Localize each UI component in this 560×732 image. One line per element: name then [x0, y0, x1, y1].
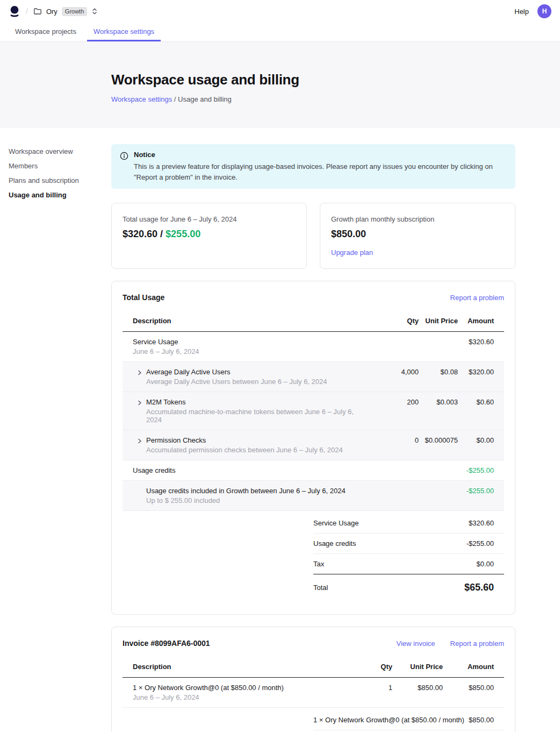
- row-amount: $320.60: [458, 338, 494, 346]
- row-subtitle: June 6 – July 6, 2024: [133, 693, 344, 701]
- topbar-right: Help H: [514, 4, 551, 18]
- plan-badge: Growth: [62, 7, 87, 16]
- sidebar-item-usage-and-billing[interactable]: Usage and billing: [9, 188, 111, 202]
- row-unit-price: $0.08: [419, 368, 458, 376]
- row-amount: $0.60: [458, 398, 494, 406]
- row-qty: 0: [370, 436, 419, 444]
- row-unit-price: $0.000075: [419, 436, 458, 444]
- help-link[interactable]: Help: [514, 8, 529, 16]
- view-invoice-link[interactable]: View invoice: [397, 639, 435, 648]
- row-title: M2M Tokens: [146, 398, 370, 406]
- expand-row-icon[interactable]: [137, 369, 142, 376]
- row-unit-price: $850.00: [392, 684, 443, 692]
- summary-row-line-item: 1 × Ory Network Growth@0 (at $850.00 / m…: [313, 710, 504, 730]
- summary-label: Tax: [313, 560, 324, 568]
- workspace-tabs: Workspace projects Workspace settings: [0, 23, 560, 42]
- summary-label: Usage credits: [313, 539, 356, 548]
- usage-panel-title: Total Usage: [123, 293, 164, 302]
- sidebar-item-workspace-overview[interactable]: Workspace overview: [9, 144, 111, 159]
- row-amount: -$255.00: [458, 466, 494, 474]
- total-value: $65.60: [464, 582, 494, 593]
- total-usage-card: Total usage for June 6 – July 6, 2024 $3…: [111, 203, 307, 269]
- row-unit-price: $0.003: [419, 398, 458, 406]
- col-unit-price: Unit Price: [419, 317, 458, 325]
- ory-logo-icon[interactable]: [9, 5, 20, 17]
- summary-label: Service Usage: [313, 519, 359, 527]
- invoice-report-problem-link[interactable]: Report a problem: [450, 639, 504, 648]
- row-amount: $320.00: [458, 368, 494, 376]
- summary-row-service-usage: Service Usage $320.60: [313, 513, 504, 534]
- table-row-usage-credits: Usage credits -$255.00: [123, 460, 504, 481]
- row-qty: 1: [344, 684, 392, 692]
- row-title: Usage credits included in Growth between…: [146, 487, 370, 495]
- total-usage-label: Total usage for June 6 – July 6, 2024: [123, 215, 296, 223]
- invoice-table: Description Qty Unit Price Amount 1 × Or…: [123, 658, 504, 732]
- col-amount: Amount: [443, 663, 494, 671]
- summary-value: -$255.00: [466, 539, 494, 548]
- summary-row-usage-credits: Usage credits -$255.00: [313, 534, 504, 554]
- invoice-panel: Invoice #8099AFA6-0001 View invoice Repo…: [111, 627, 515, 732]
- summary-value: $0.00: [476, 560, 494, 568]
- table-row-invoice-line: 1 × Ory Network Growth@0 (at $850.00 / m…: [123, 678, 504, 708]
- tab-workspace-settings[interactable]: Workspace settings: [87, 23, 161, 41]
- notice-title: Notice: [134, 151, 507, 159]
- breadcrumb: Workspace settings / Usage and billing: [111, 95, 551, 103]
- usage-amount: $320.60: [123, 229, 157, 239]
- breadcrumb-current: / Usage and billing: [172, 95, 232, 103]
- page-title: Workspace usage and billing: [111, 72, 551, 88]
- notice-banner: Notice This is a preview feature for dis…: [111, 144, 515, 189]
- usage-credit-amount: $255.00: [166, 229, 200, 239]
- col-amount: Amount: [458, 317, 494, 325]
- summary-value: $320.60: [469, 519, 494, 527]
- invoice-panel-header: Invoice #8099AFA6-0001 View invoice Repo…: [123, 639, 504, 648]
- expand-row-icon[interactable]: [137, 438, 142, 444]
- usage-summary: Service Usage $320.60 Usage credits -$25…: [313, 513, 504, 599]
- row-subtitle: Accumulated machine-to-machine tokens be…: [146, 408, 370, 424]
- usage-panel-header: Total Usage Report a problem: [123, 293, 504, 302]
- summary-label: 1 × Ory Network Growth@0 (at $850.00 / m…: [313, 716, 464, 724]
- breadcrumb-link-workspace-settings[interactable]: Workspace settings: [111, 95, 172, 103]
- summary-row-tax: Tax $0.00: [313, 554, 504, 574]
- workspace-switcher[interactable]: Ory Growth: [33, 7, 98, 16]
- summary-cards: Total usage for June 6 – July 6, 2024 $3…: [111, 203, 515, 269]
- sidebar-item-members[interactable]: Members: [9, 159, 111, 173]
- content: Workspace overview Members Plans and sub…: [0, 128, 560, 732]
- row-title: 1 × Ory Network Growth@0 (at $850.00 / m…: [133, 684, 344, 692]
- col-description: Description: [133, 317, 370, 325]
- row-subtitle: June 6 – July 6, 2024: [133, 347, 370, 356]
- info-icon: [120, 152, 128, 182]
- usage-report-problem-link[interactable]: Report a problem: [450, 294, 504, 302]
- tab-workspace-projects[interactable]: Workspace projects: [9, 23, 83, 41]
- row-title: Permission Checks: [146, 436, 343, 444]
- total-usage-amount: $320.60 / $255.00: [123, 229, 296, 240]
- sidebar-item-plans-and-subscription[interactable]: Plans and subscription: [9, 173, 111, 188]
- settings-sidebar: Workspace overview Members Plans and sub…: [0, 144, 111, 732]
- invoice-panel-title: Invoice #8099AFA6-0001: [123, 639, 210, 648]
- row-title: Average Daily Active Users: [146, 368, 327, 376]
- upgrade-plan-link[interactable]: Upgrade plan: [331, 248, 373, 257]
- subscription-label: Growth plan monthly subscription: [331, 215, 504, 223]
- expand-row-icon[interactable]: [137, 400, 142, 406]
- col-description: Description: [133, 663, 344, 671]
- row-amount: -$255.00: [458, 487, 494, 495]
- notice-text: Notice This is a preview feature for dis…: [134, 151, 507, 182]
- row-subtitle: Up to $ 255.00 included: [146, 496, 370, 504]
- total-usage-panel: Total Usage Report a problem Description…: [111, 281, 515, 615]
- col-qty: Qty: [370, 317, 419, 325]
- col-qty: Qty: [344, 663, 392, 671]
- breadcrumb-separator: /: [26, 7, 28, 16]
- folder-icon: [33, 7, 42, 16]
- subscription-card: Growth plan monthly subscription $850.00…: [320, 203, 515, 269]
- notice-body: This is a preview feature for displaying…: [134, 161, 507, 182]
- user-avatar[interactable]: H: [537, 4, 551, 18]
- summary-row-total: Total $65.60: [313, 574, 504, 599]
- invoice-summary: 1 × Ory Network Growth@0 (at $850.00 / m…: [313, 710, 504, 732]
- row-amount: $850.00: [443, 684, 494, 692]
- row-title: Usage credits: [133, 466, 370, 474]
- main-content: Notice This is a preview feature for dis…: [111, 144, 515, 732]
- summary-value: $850.00: [469, 716, 494, 724]
- chevron-updown-icon: [91, 8, 98, 15]
- workspace-name: Ory: [46, 8, 58, 16]
- table-row-average-daily-active-users: Average Daily Active Users Average Daily…: [123, 362, 504, 392]
- usage-table-header: Description Qty Unit Price Amount: [123, 312, 504, 332]
